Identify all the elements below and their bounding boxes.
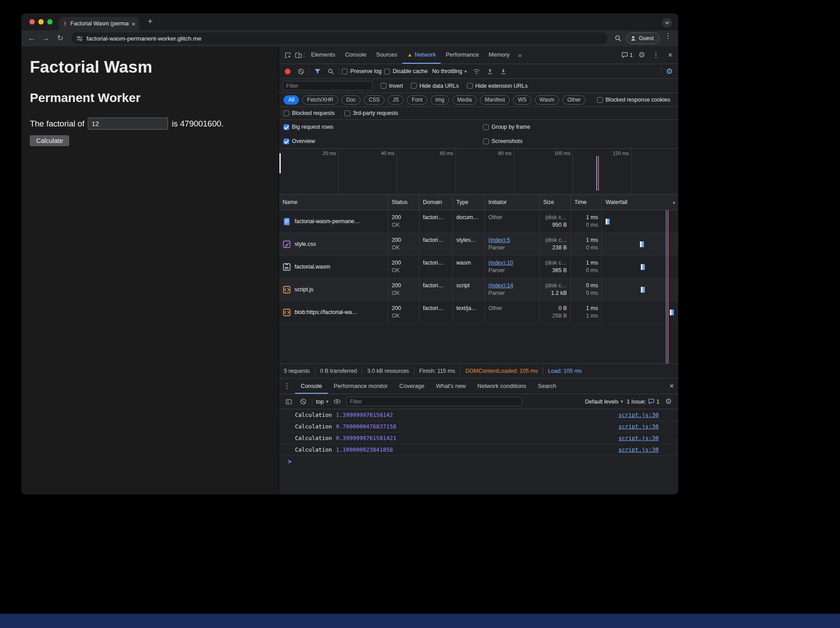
console-settings-icon[interactable]: ⚙ <box>663 396 674 407</box>
column-header-waterfall[interactable]: Waterfall <box>602 195 678 210</box>
issues-indicator[interactable]: 1 Issue: 1 <box>627 398 660 405</box>
source-link[interactable]: script.js:30 <box>619 435 659 441</box>
forward-button[interactable]: → <box>40 33 52 44</box>
search-icon[interactable] <box>325 66 336 77</box>
export-har-icon[interactable] <box>498 66 509 77</box>
zoom-icon[interactable] <box>613 33 623 44</box>
console-sidebar-icon[interactable] <box>283 396 294 407</box>
device-toolbar-icon[interactable] <box>293 50 304 61</box>
network-request-row[interactable]: blob:https://factorial-wa… 200OK factori… <box>279 301 678 324</box>
blocked-requests-checkbox[interactable]: Blocked requests <box>283 110 335 116</box>
console-filter-input[interactable] <box>346 397 522 406</box>
profile-button[interactable]: Guest <box>626 33 660 44</box>
minimize-window-button[interactable] <box>38 19 44 24</box>
drawer-tab-console[interactable]: Console <box>295 379 328 394</box>
invert-checkbox[interactable]: Invert <box>381 83 403 89</box>
column-header-initiator[interactable]: Initiator <box>485 195 540 210</box>
source-link[interactable]: script.js:30 <box>619 412 659 418</box>
filter-chip-other[interactable]: Other <box>562 95 586 105</box>
clear-network-log-icon[interactable] <box>295 66 306 77</box>
disable-cache-checkbox[interactable]: Disable cache <box>384 68 428 74</box>
filter-chip-js[interactable]: JS <box>388 95 404 105</box>
filter-chip-doc[interactable]: Doc <box>341 95 361 105</box>
big-request-rows-checkbox[interactable]: Big request rows <box>283 120 483 134</box>
devtools-menu-icon[interactable]: ⋮ <box>651 50 661 61</box>
tab-elements[interactable]: Elements <box>306 46 340 64</box>
tab-memory[interactable]: Memory <box>484 46 515 64</box>
source-link[interactable]: script.js:30 <box>619 423 659 430</box>
calculate-button[interactable]: Calculate <box>30 135 69 146</box>
console-prompt[interactable]: > <box>279 456 678 467</box>
filter-chip-img[interactable]: Img <box>430 95 449 105</box>
filter-chip-fetch-xhr[interactable]: Fetch/XHR <box>302 95 338 105</box>
drawer-tab-search[interactable]: Search <box>532 379 562 394</box>
console-log-entry[interactable]: Calculation 0.3999999761581421 script.js… <box>279 432 678 444</box>
filter-chip-ws[interactable]: WS <box>513 95 531 105</box>
column-header-status[interactable]: Status <box>388 195 419 210</box>
tab-close-icon[interactable]: × <box>131 20 135 27</box>
source-link[interactable]: script.js:30 <box>619 446 659 453</box>
hide-extension-urls-checkbox[interactable]: Hide extension URLs <box>467 83 528 89</box>
initiator-link[interactable]: (index):5 <box>488 237 536 244</box>
eye-icon[interactable] <box>332 396 343 407</box>
drawer-menu-icon[interactable]: ⋮ <box>283 383 291 390</box>
new-tab-button[interactable]: + <box>144 16 156 28</box>
tab-search-button[interactable] <box>662 18 672 28</box>
more-tabs-icon[interactable]: » <box>515 46 525 64</box>
filter-chip-all[interactable]: All <box>283 95 299 105</box>
network-filter-input[interactable] <box>283 81 373 90</box>
tab-network[interactable]: ▲ Network <box>402 46 441 64</box>
blocked-response-cookies-checkbox[interactable]: Blocked response cookies <box>597 97 670 103</box>
network-request-row[interactable]: style.css 200OK factori… styles… (index)… <box>279 233 678 256</box>
tab-performance[interactable]: Performance <box>441 46 484 64</box>
filter-chip-manifest[interactable]: Manifest <box>480 95 510 105</box>
console-log-entry[interactable]: Calculation 1.100000023841858 script.js:… <box>279 444 678 456</box>
filter-chip-font[interactable]: Font <box>407 95 427 105</box>
tab-console[interactable]: Console <box>340 46 371 64</box>
console-log-entry[interactable]: Calculation 0.7000000476837158 script.js… <box>279 421 678 432</box>
browser-menu-button[interactable]: ⋮ <box>662 33 674 44</box>
column-header-name[interactable]: Name <box>279 195 388 210</box>
inspect-element-icon[interactable] <box>283 50 293 61</box>
throttling-dropdown[interactable]: No throttling ▾ <box>430 67 469 75</box>
network-overview-timeline[interactable]: 20 ms 40 ms 60 ms 80 ms 100 ms 120 ms 14 <box>279 149 678 195</box>
third-party-requests-checkbox[interactable]: 3rd-party requests <box>344 110 398 116</box>
filter-chip-wasm[interactable]: Wasm <box>535 95 560 105</box>
overview-selection-handle[interactable] <box>279 153 281 173</box>
browser-tab[interactable]: ! Factorial Wasm (permanent W × <box>59 17 139 30</box>
issues-counter[interactable]: 1 <box>621 52 633 59</box>
reload-button[interactable]: ↻ <box>54 33 66 44</box>
column-header-time[interactable]: Time <box>571 195 602 210</box>
filter-icon[interactable] <box>312 66 323 77</box>
column-header-type[interactable]: Type <box>453 195 485 210</box>
back-button[interactable]: ← <box>26 33 37 44</box>
console-log-entry[interactable]: Calculation 1.399999976158142 script.js:… <box>279 409 678 421</box>
sort-arrow-icon[interactable]: ▲ <box>672 200 676 204</box>
preserve-log-checkbox[interactable]: Preserve log <box>342 68 381 74</box>
drawer-close-icon[interactable]: × <box>670 383 674 390</box>
fullscreen-window-button[interactable] <box>47 19 53 24</box>
network-request-row[interactable]: script.js 200OK factori… script (index):… <box>279 278 678 301</box>
address-bar[interactable]: factorial-wasm-permanent-worker.glitch.m… <box>71 33 607 44</box>
filter-chip-media[interactable]: Media <box>452 95 477 105</box>
column-header-domain[interactable]: Domain <box>419 195 453 210</box>
column-header-size[interactable]: Size <box>540 195 571 210</box>
screenshots-checkbox[interactable]: Screenshots <box>483 134 678 148</box>
hide-data-urls-checkbox[interactable]: Hide data URLs <box>411 83 459 89</box>
network-request-row[interactable]: WA factorial.wasm 200OK factori… wasm (i… <box>279 256 678 278</box>
import-har-icon[interactable] <box>485 66 496 77</box>
site-settings-icon[interactable] <box>76 35 83 42</box>
console-context-selector[interactable]: top ▾ <box>316 399 328 405</box>
drawer-tab-coverage[interactable]: Coverage <box>393 379 430 394</box>
network-request-row[interactable]: factorial-wasm-permane… 200OK factori… d… <box>279 210 678 233</box>
tab-sources[interactable]: Sources <box>371 46 402 64</box>
record-network-log-button[interactable] <box>285 69 291 74</box>
drawer-tab-performance-monitor[interactable]: Performance monitor <box>328 379 393 394</box>
initiator-link[interactable]: (index):14 <box>488 282 536 290</box>
clear-console-icon[interactable] <box>298 396 308 407</box>
close-window-button[interactable] <box>29 19 35 24</box>
drawer-tab-network-conditions[interactable]: Network conditions <box>471 379 532 394</box>
log-levels-dropdown[interactable]: Default levels ▾ <box>585 399 623 405</box>
devtools-settings-icon[interactable]: ⚙ <box>636 50 647 61</box>
initiator-link[interactable]: (index):10 <box>488 259 536 267</box>
